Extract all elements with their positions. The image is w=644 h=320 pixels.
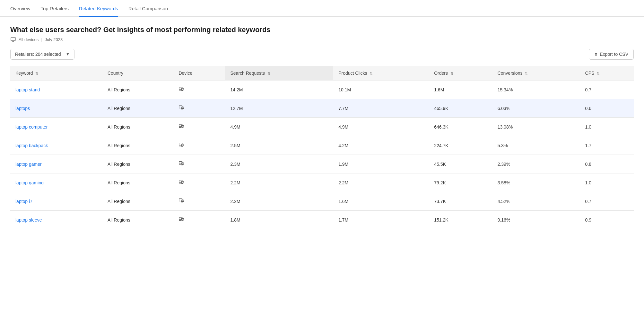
svg-rect-2 — [181, 88, 184, 90]
table-row: laptop computerAll Regions 4.9M4.9M646.3… — [10, 118, 634, 136]
cell-orders: 465.9K — [429, 99, 492, 118]
cell-product-clicks: 2.2M — [333, 173, 429, 192]
svg-rect-12 — [181, 181, 184, 183]
sort-icon-keyword: ⇅ — [35, 72, 38, 76]
col-orders[interactable]: Orders ⇅ — [429, 66, 492, 80]
cell-product-clicks: 1.6M — [333, 192, 429, 211]
cell-keyword: laptop backpack — [10, 136, 102, 155]
cell-cps: 0.6 — [580, 99, 634, 118]
export-csv-button[interactable]: ⬆ Export to CSV — [589, 49, 634, 60]
cell-conversions: 5.3% — [492, 136, 580, 155]
cell-device — [173, 136, 225, 155]
tab-top-retailers[interactable]: Top Retailers — [41, 6, 69, 17]
all-devices-icon — [178, 105, 184, 111]
cell-keyword: laptops — [10, 99, 102, 118]
keyword-link[interactable]: laptop sleeve — [15, 217, 42, 223]
col-conversions[interactable]: Conversions ⇅ — [492, 66, 580, 80]
data-table: Keyword ⇅ Country Device Search Requests… — [10, 66, 634, 229]
divider: | — [41, 37, 42, 42]
table-row: laptop sleeveAll Regions 1.8M1.7M151.2K9… — [10, 211, 634, 229]
cell-orders: 1.6M — [429, 80, 492, 99]
cell-product-clicks: 4.2M — [333, 136, 429, 155]
sort-icon-product-clicks: ⇅ — [370, 72, 373, 76]
tab-overview[interactable]: Overview — [10, 6, 30, 17]
svg-rect-16 — [181, 218, 184, 220]
cell-search-requests: 2.3M — [225, 155, 333, 173]
cell-search-requests: 2.5M — [225, 136, 333, 155]
col-cps[interactable]: CPS ⇅ — [580, 66, 634, 80]
cell-cps: 1.0 — [580, 173, 634, 192]
cell-product-clicks: 7.7M — [333, 99, 429, 118]
cell-device — [173, 173, 225, 192]
col-search-requests[interactable]: Search Requests ⇅ — [225, 66, 333, 80]
nav-tabs: Overview Top Retailers Related Keywords … — [0, 0, 644, 17]
svg-rect-6 — [181, 125, 184, 127]
retailers-dropdown-label: Retailers: 204 selected — [15, 52, 63, 57]
sort-icon-cps: ⇅ — [597, 72, 600, 76]
cell-search-requests: 14.2M — [225, 80, 333, 99]
all-devices-icon — [178, 179, 184, 185]
col-keyword[interactable]: Keyword ⇅ — [10, 66, 102, 80]
all-devices-icon — [178, 161, 184, 166]
cell-cps: 1.7 — [580, 136, 634, 155]
cell-search-requests: 1.8M — [225, 211, 333, 229]
table-row: laptop gamerAll Regions 2.3M1.9M45.5K2.3… — [10, 155, 634, 173]
keyword-link[interactable]: laptop backpack — [15, 143, 48, 148]
keyword-link[interactable]: laptop gamer — [15, 162, 42, 167]
cell-country: All Regions — [102, 118, 173, 136]
svg-rect-4 — [181, 107, 184, 108]
table-row: laptop gamingAll Regions 2.2M2.2M79.2K3.… — [10, 173, 634, 192]
cell-cps: 0.9 — [580, 211, 634, 229]
tab-retail-comparison[interactable]: Retail Comparison — [128, 6, 168, 17]
keyword-link[interactable]: laptop stand — [15, 87, 40, 92]
cell-keyword: laptop computer — [10, 118, 102, 136]
cell-search-requests: 12.7M — [225, 99, 333, 118]
keyword-link[interactable]: laptop gaming — [15, 180, 44, 185]
cell-country: All Regions — [102, 173, 173, 192]
keyword-link[interactable]: laptops — [15, 106, 30, 111]
cell-keyword: laptop gamer — [10, 155, 102, 173]
cell-device — [173, 118, 225, 136]
cell-orders: 73.7K — [429, 192, 492, 211]
cell-device — [173, 192, 225, 211]
cell-conversions: 2.39% — [492, 155, 580, 173]
cell-conversions: 4.52% — [492, 192, 580, 211]
all-devices-icon — [178, 216, 184, 222]
keyword-link[interactable]: laptop i7 — [15, 199, 32, 204]
cell-cps: 0.8 — [580, 155, 634, 173]
svg-rect-10 — [181, 163, 184, 164]
cell-orders: 224.7K — [429, 136, 492, 155]
tab-related-keywords[interactable]: Related Keywords — [79, 6, 118, 17]
cell-device — [173, 80, 225, 99]
cell-country: All Regions — [102, 99, 173, 118]
export-icon: ⬆ — [594, 52, 598, 57]
cell-orders: 79.2K — [429, 173, 492, 192]
sort-icon-search-requests: ⇅ — [267, 72, 270, 76]
keyword-link[interactable]: laptop computer — [15, 124, 48, 130]
device-filter-icon — [10, 37, 16, 42]
cell-country: All Regions — [102, 155, 173, 173]
col-product-clicks[interactable]: Product Clicks ⇅ — [333, 66, 429, 80]
page-content: What else users searched? Get insights o… — [0, 17, 644, 238]
table-row: laptop standAll Regions 14.2M10.1M1.6M15… — [10, 80, 634, 99]
cell-device — [173, 211, 225, 229]
cell-keyword: laptop sleeve — [10, 211, 102, 229]
subtitle-row: All devices | July 2023 — [10, 37, 634, 42]
cell-orders: 646.3K — [429, 118, 492, 136]
retailers-dropdown[interactable]: Retailers: 204 selected ▼ — [10, 49, 74, 60]
cell-country: All Regions — [102, 211, 173, 229]
table-row: laptopsAll Regions 12.7M7.7M465.9K6.03%0… — [10, 99, 634, 118]
page-heading: What else users searched? Get insights o… — [10, 26, 634, 34]
cell-keyword: laptop stand — [10, 80, 102, 99]
table-row: laptop i7All Regions 2.2M1.6M73.7K4.52%0… — [10, 192, 634, 211]
device-label: All devices — [19, 37, 39, 42]
controls-row: Retailers: 204 selected ▼ ⬆ Export to CS… — [10, 49, 634, 60]
sort-icon-orders: ⇅ — [450, 72, 453, 76]
cell-conversions: 13.08% — [492, 118, 580, 136]
cell-conversions: 6.03% — [492, 99, 580, 118]
all-devices-icon — [178, 198, 184, 204]
table-header-row: Keyword ⇅ Country Device Search Requests… — [10, 66, 634, 80]
chevron-down-icon: ▼ — [66, 52, 70, 56]
cell-keyword: laptop gaming — [10, 173, 102, 192]
svg-rect-0 — [11, 38, 15, 41]
